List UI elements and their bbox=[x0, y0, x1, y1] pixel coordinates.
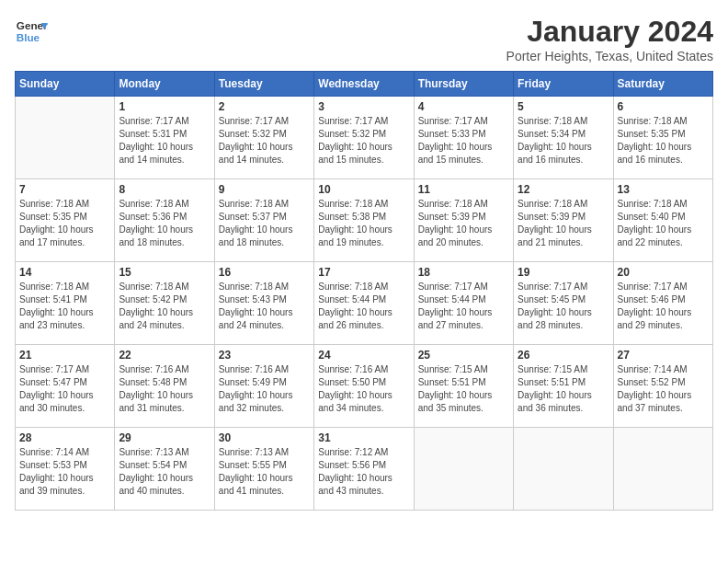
day-number: 9 bbox=[219, 183, 310, 196]
day-info: Sunrise: 7:17 AMSunset: 5:32 PMDaylight:… bbox=[318, 115, 409, 167]
weekday-header-monday: Monday bbox=[115, 72, 214, 97]
day-info: Sunrise: 7:17 AMSunset: 5:33 PMDaylight:… bbox=[418, 115, 509, 167]
day-number: 17 bbox=[318, 266, 409, 279]
day-number: 10 bbox=[318, 183, 409, 196]
weekday-header-row: SundayMondayTuesdayWednesdayThursdayFrid… bbox=[16, 72, 713, 97]
day-info: Sunrise: 7:18 AMSunset: 5:37 PMDaylight:… bbox=[219, 198, 310, 249]
day-number: 26 bbox=[518, 349, 609, 362]
day-number: 29 bbox=[119, 431, 210, 444]
calendar-cell: 23Sunrise: 7:16 AMSunset: 5:49 PMDayligh… bbox=[214, 345, 313, 428]
calendar-cell bbox=[514, 428, 613, 511]
day-number: 8 bbox=[119, 183, 210, 196]
logo: General Blue bbox=[15, 15, 48, 48]
calendar-cell: 20Sunrise: 7:17 AMSunset: 5:46 PMDayligh… bbox=[613, 262, 712, 345]
day-info: Sunrise: 7:18 AMSunset: 5:36 PMDaylight:… bbox=[119, 198, 210, 249]
day-number: 15 bbox=[119, 266, 210, 279]
day-number: 20 bbox=[618, 266, 709, 279]
day-info: Sunrise: 7:18 AMSunset: 5:35 PMDaylight:… bbox=[618, 115, 709, 167]
calendar-cell: 16Sunrise: 7:18 AMSunset: 5:43 PMDayligh… bbox=[214, 262, 313, 345]
day-info: Sunrise: 7:12 AMSunset: 5:56 PMDaylight:… bbox=[318, 446, 409, 498]
page-header: General Blue January 2024 Porter Heights… bbox=[15, 15, 713, 63]
week-row-3: 14Sunrise: 7:18 AMSunset: 5:41 PMDayligh… bbox=[16, 262, 713, 345]
weekday-header-sunday: Sunday bbox=[16, 72, 115, 97]
calendar-cell: 18Sunrise: 7:17 AMSunset: 5:44 PMDayligh… bbox=[414, 262, 513, 345]
calendar-cell: 28Sunrise: 7:14 AMSunset: 5:53 PMDayligh… bbox=[16, 428, 115, 511]
week-row-4: 21Sunrise: 7:17 AMSunset: 5:47 PMDayligh… bbox=[16, 345, 713, 428]
day-number: 4 bbox=[418, 100, 509, 113]
svg-text:Blue: Blue bbox=[17, 31, 40, 43]
day-info: Sunrise: 7:18 AMSunset: 5:34 PMDaylight:… bbox=[518, 115, 609, 167]
day-info: Sunrise: 7:17 AMSunset: 5:31 PMDaylight:… bbox=[119, 115, 210, 167]
calendar-cell: 6Sunrise: 7:18 AMSunset: 5:35 PMDaylight… bbox=[613, 97, 712, 179]
day-info: Sunrise: 7:16 AMSunset: 5:48 PMDaylight:… bbox=[119, 363, 210, 415]
day-number: 3 bbox=[318, 100, 409, 113]
weekday-header-saturday: Saturday bbox=[613, 72, 712, 97]
day-info: Sunrise: 7:16 AMSunset: 5:50 PMDaylight:… bbox=[318, 363, 409, 415]
calendar-cell: 9Sunrise: 7:18 AMSunset: 5:37 PMDaylight… bbox=[214, 179, 313, 262]
calendar-cell: 1Sunrise: 7:17 AMSunset: 5:31 PMDaylight… bbox=[115, 97, 214, 179]
week-row-5: 28Sunrise: 7:14 AMSunset: 5:53 PMDayligh… bbox=[16, 428, 713, 511]
calendar-cell: 15Sunrise: 7:18 AMSunset: 5:42 PMDayligh… bbox=[115, 262, 214, 345]
day-info: Sunrise: 7:17 AMSunset: 5:32 PMDaylight:… bbox=[219, 115, 310, 167]
day-number: 14 bbox=[19, 266, 110, 279]
day-info: Sunrise: 7:15 AMSunset: 5:51 PMDaylight:… bbox=[418, 363, 509, 415]
calendar-cell: 3Sunrise: 7:17 AMSunset: 5:32 PMDaylight… bbox=[314, 97, 414, 179]
weekday-header-tuesday: Tuesday bbox=[214, 72, 313, 97]
day-info: Sunrise: 7:18 AMSunset: 5:40 PMDaylight:… bbox=[618, 198, 709, 249]
day-number: 31 bbox=[318, 431, 409, 444]
calendar-cell: 14Sunrise: 7:18 AMSunset: 5:41 PMDayligh… bbox=[16, 262, 115, 345]
calendar-cell: 26Sunrise: 7:15 AMSunset: 5:51 PMDayligh… bbox=[514, 345, 613, 428]
day-info: Sunrise: 7:18 AMSunset: 5:39 PMDaylight:… bbox=[418, 198, 509, 249]
day-number: 23 bbox=[219, 349, 310, 362]
day-info: Sunrise: 7:18 AMSunset: 5:43 PMDaylight:… bbox=[219, 281, 310, 332]
day-info: Sunrise: 7:13 AMSunset: 5:54 PMDaylight:… bbox=[119, 446, 210, 498]
calendar-cell: 7Sunrise: 7:18 AMSunset: 5:35 PMDaylight… bbox=[16, 179, 115, 262]
day-info: Sunrise: 7:16 AMSunset: 5:49 PMDaylight:… bbox=[219, 363, 310, 415]
day-number: 11 bbox=[418, 183, 509, 196]
calendar-table: SundayMondayTuesdayWednesdayThursdayFrid… bbox=[15, 71, 713, 511]
day-number: 21 bbox=[19, 349, 110, 362]
day-number: 24 bbox=[318, 349, 409, 362]
calendar-cell: 30Sunrise: 7:13 AMSunset: 5:55 PMDayligh… bbox=[214, 428, 313, 511]
day-info: Sunrise: 7:14 AMSunset: 5:52 PMDaylight:… bbox=[618, 363, 709, 415]
day-number: 28 bbox=[19, 431, 110, 444]
day-number: 22 bbox=[119, 349, 210, 362]
day-info: Sunrise: 7:17 AMSunset: 5:44 PMDaylight:… bbox=[418, 281, 509, 332]
day-number: 27 bbox=[618, 349, 709, 362]
logo-icon: General Blue bbox=[15, 15, 48, 48]
day-info: Sunrise: 7:17 AMSunset: 5:45 PMDaylight:… bbox=[518, 281, 609, 332]
day-info: Sunrise: 7:15 AMSunset: 5:51 PMDaylight:… bbox=[518, 363, 609, 415]
calendar-cell: 27Sunrise: 7:14 AMSunset: 5:52 PMDayligh… bbox=[613, 345, 712, 428]
day-number: 30 bbox=[219, 431, 310, 444]
calendar-cell: 13Sunrise: 7:18 AMSunset: 5:40 PMDayligh… bbox=[613, 179, 712, 262]
month-year: January 2024 bbox=[506, 15, 713, 49]
calendar-cell: 17Sunrise: 7:18 AMSunset: 5:44 PMDayligh… bbox=[314, 262, 414, 345]
day-number: 25 bbox=[418, 349, 509, 362]
day-number: 5 bbox=[518, 100, 609, 113]
day-number: 12 bbox=[518, 183, 609, 196]
day-number: 19 bbox=[518, 266, 609, 279]
day-info: Sunrise: 7:18 AMSunset: 5:41 PMDaylight:… bbox=[19, 281, 110, 332]
day-number: 13 bbox=[618, 183, 709, 196]
weekday-header-friday: Friday bbox=[514, 72, 613, 97]
calendar-cell: 21Sunrise: 7:17 AMSunset: 5:47 PMDayligh… bbox=[16, 345, 115, 428]
day-info: Sunrise: 7:18 AMSunset: 5:42 PMDaylight:… bbox=[119, 281, 210, 332]
day-number: 18 bbox=[418, 266, 509, 279]
calendar-cell: 31Sunrise: 7:12 AMSunset: 5:56 PMDayligh… bbox=[314, 428, 414, 511]
week-row-2: 7Sunrise: 7:18 AMSunset: 5:35 PMDaylight… bbox=[16, 179, 713, 262]
calendar-cell: 10Sunrise: 7:18 AMSunset: 5:38 PMDayligh… bbox=[314, 179, 414, 262]
calendar-cell bbox=[414, 428, 513, 511]
day-info: Sunrise: 7:13 AMSunset: 5:55 PMDaylight:… bbox=[219, 446, 310, 498]
location: Porter Heights, Texas, United States bbox=[506, 49, 713, 63]
day-info: Sunrise: 7:18 AMSunset: 5:39 PMDaylight:… bbox=[518, 198, 609, 249]
day-info: Sunrise: 7:17 AMSunset: 5:47 PMDaylight:… bbox=[19, 363, 110, 415]
calendar-cell: 12Sunrise: 7:18 AMSunset: 5:39 PMDayligh… bbox=[514, 179, 613, 262]
day-info: Sunrise: 7:17 AMSunset: 5:46 PMDaylight:… bbox=[618, 281, 709, 332]
calendar-cell bbox=[613, 428, 712, 511]
title-block: January 2024 Porter Heights, Texas, Unit… bbox=[506, 15, 713, 63]
day-number: 1 bbox=[119, 100, 210, 113]
calendar-cell: 24Sunrise: 7:16 AMSunset: 5:50 PMDayligh… bbox=[314, 345, 414, 428]
calendar-cell: 25Sunrise: 7:15 AMSunset: 5:51 PMDayligh… bbox=[414, 345, 513, 428]
calendar-cell: 4Sunrise: 7:17 AMSunset: 5:33 PMDaylight… bbox=[414, 97, 513, 179]
calendar-cell bbox=[16, 97, 115, 179]
